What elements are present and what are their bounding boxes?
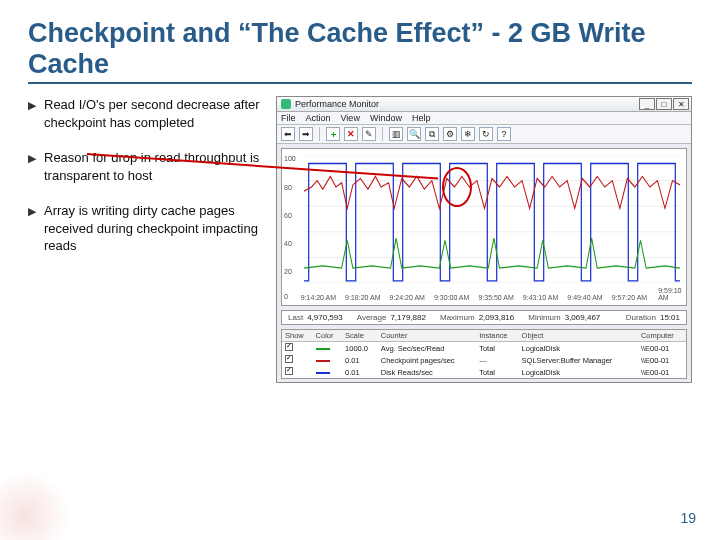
show-checkbox[interactable] <box>285 355 293 363</box>
bullet-text: Read I/O's per second decrease after che… <box>44 96 262 131</box>
menu-help[interactable]: Help <box>412 113 431 123</box>
show-checkbox[interactable] <box>285 367 293 375</box>
legend-computer: \\E00-01 <box>638 342 686 355</box>
series-blue <box>304 164 680 281</box>
stat-label: Maximum <box>440 313 475 322</box>
zoom-icon[interactable]: 🔍 <box>407 127 421 141</box>
legend-instance: Total <box>476 342 518 355</box>
legend-computer: \\E00-01 <box>638 354 686 366</box>
x-tick: 9:35:50 AM <box>478 294 513 301</box>
series-red <box>304 176 680 208</box>
x-tick: 9:24:20 AM <box>390 294 425 301</box>
bullet-item: ▶ Array is writing dirty cache pages rec… <box>28 202 262 255</box>
legend-scale: 0.01 <box>342 354 378 366</box>
add-counter-icon[interactable]: ＋ <box>326 127 340 141</box>
bullet-list: ▶ Read I/O's per second decrease after c… <box>28 96 262 383</box>
legend-row[interactable]: 0.01Disk Reads/secTotalLogicalDisk\\E00-… <box>282 366 686 378</box>
bullet-item: ▶ Read I/O's per second decrease after c… <box>28 96 262 131</box>
stat-value: 3,069,467 <box>565 313 601 322</box>
y-tick: 100 <box>284 155 296 162</box>
legend-object: LogicalDisk <box>519 342 638 355</box>
stat-value: 4,970,593 <box>307 313 343 322</box>
app-icon <box>281 99 291 109</box>
y-tick: 0 <box>284 292 288 299</box>
y-tick: 20 <box>284 267 292 274</box>
menu-bar: File Action View Window Help <box>277 112 691 125</box>
menu-action[interactable]: Action <box>306 113 331 123</box>
legend-header[interactable]: Computer <box>638 330 686 342</box>
x-tick: 9:59:10 AM <box>658 287 681 301</box>
legend-header[interactable]: Color <box>313 330 343 342</box>
x-tick: 9:14:20 AM <box>301 294 336 301</box>
legend-instance: --- <box>476 354 518 366</box>
menu-window[interactable]: Window <box>370 113 402 123</box>
legend-header[interactable]: Scale <box>342 330 378 342</box>
slide-title: Checkpoint and “The Cache Effect” - 2 GB… <box>28 0 692 84</box>
legend-header[interactable]: Counter <box>378 330 476 342</box>
maximize-button[interactable]: □ <box>656 98 672 110</box>
x-tick: 9:43:10 AM <box>523 294 558 301</box>
menu-view[interactable]: View <box>341 113 360 123</box>
show-checkbox[interactable] <box>285 343 293 351</box>
stat-value: 7,179,882 <box>390 313 426 322</box>
legend-computer: \\E00-01 <box>638 366 686 378</box>
x-tick: 9:18:20 AM <box>345 294 380 301</box>
bullet-mark-icon: ▶ <box>28 96 44 131</box>
legend-row[interactable]: 1000.0Avg. Sec/sec/ReadTotalLogicalDisk\… <box>282 342 686 355</box>
minimize-button[interactable]: _ <box>639 98 655 110</box>
color-swatch <box>316 372 330 374</box>
menu-file[interactable]: File <box>281 113 296 123</box>
y-tick: 60 <box>284 211 292 218</box>
legend-object: SQLServer:Buffer Manager <box>519 354 638 366</box>
legend-scale: 0.01 <box>342 366 378 378</box>
legend-counter: Checkpoint pages/sec <box>378 354 476 366</box>
x-tick: 9:49:40 AM <box>567 294 602 301</box>
toolbar: ⬅ ➡ ＋ ✕ ✎ ▥ 🔍 ⧉ ⚙ ❄ ↻ ? <box>277 125 691 144</box>
page-number: 19 <box>680 510 696 526</box>
stat-label: Minimum <box>528 313 560 322</box>
legend-header[interactable]: Instance <box>476 330 518 342</box>
freeze-icon[interactable]: ❄ <box>461 127 475 141</box>
y-tick: 80 <box>284 183 292 190</box>
stat-label: Last <box>288 313 303 322</box>
legend-scale: 1000.0 <box>342 342 378 355</box>
legend-header[interactable]: Object <box>519 330 638 342</box>
legend-object: LogicalDisk <box>519 366 638 378</box>
chart-stats: Last4,970,593 Average7,179,882 Maximum2,… <box>281 310 687 325</box>
stat-label: Average <box>357 313 387 322</box>
highlight-icon[interactable]: ✎ <box>362 127 376 141</box>
stat-value: 2,093,816 <box>479 313 515 322</box>
legend-row[interactable]: 0.01Checkpoint pages/sec---SQLServer:Buf… <box>282 354 686 366</box>
stat-value: 15:01 <box>660 313 680 322</box>
legend-instance: Total <box>476 366 518 378</box>
legend-counter: Avg. Sec/sec/Read <box>378 342 476 355</box>
copy-icon[interactable]: ⧉ <box>425 127 439 141</box>
chart-svg <box>304 155 680 283</box>
color-swatch <box>316 348 330 350</box>
chart-area: 100 80 60 40 20 0 <box>281 148 687 306</box>
x-tick: 9:30:00 AM <box>434 294 469 301</box>
bullet-item: ▶ Reason for drop in read throughput is … <box>28 149 262 184</box>
toolbar-separator <box>382 127 383 141</box>
stat-label: Duration <box>626 313 656 322</box>
update-icon[interactable]: ↻ <box>479 127 493 141</box>
back-icon[interactable]: ⬅ <box>281 127 295 141</box>
decorative-corner <box>0 470 70 540</box>
forward-icon[interactable]: ➡ <box>299 127 313 141</box>
bullet-text: Array is writing dirty cache pages recei… <box>44 202 262 255</box>
chart-type-icon[interactable]: ▥ <box>389 127 403 141</box>
window-title-text: Performance Monitor <box>295 99 379 109</box>
window-titlebar: Performance Monitor _ □ ✕ <box>277 97 691 112</box>
legend-counter: Disk Reads/sec <box>378 366 476 378</box>
bullet-text: Reason for drop in read throughput is tr… <box>44 149 262 184</box>
remove-counter-icon[interactable]: ✕ <box>344 127 358 141</box>
bullet-mark-icon: ▶ <box>28 202 44 255</box>
bullet-mark-icon: ▶ <box>28 149 44 184</box>
y-tick: 40 <box>284 239 292 246</box>
legend-header[interactable]: Show <box>282 330 313 342</box>
series-green <box>304 238 680 268</box>
counter-legend: Show Color Scale Counter Instance Object… <box>281 329 687 379</box>
close-button[interactable]: ✕ <box>673 98 689 110</box>
help-icon[interactable]: ? <box>497 127 511 141</box>
properties-icon[interactable]: ⚙ <box>443 127 457 141</box>
